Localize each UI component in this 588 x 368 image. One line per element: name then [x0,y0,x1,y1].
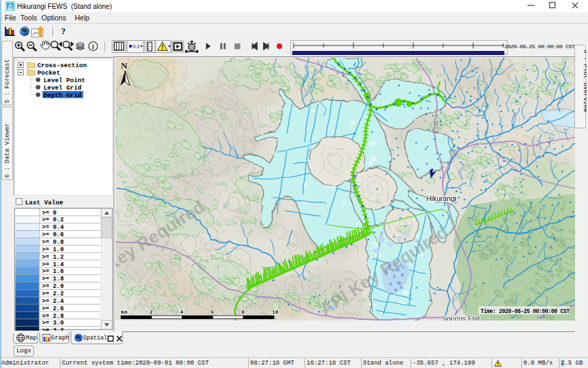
svg-text:Last Value: Last Value [25,199,63,206]
svg-text:Time: 2020-08-25 00:00:00 CST: Time: 2020-08-25 00:00:00 CST [481,308,570,314]
svg-text:>= 1.6: >= 1.6 [42,268,64,275]
svg-text:10: 10 [272,309,279,315]
svg-text:>= 3.0: >= 3.0 [42,320,64,327]
svg-text:Level Grid: Level Grid [44,84,82,92]
svg-text:>= 1.4: >= 1.4 [42,261,65,268]
svg-text:SH 1: SH 1 [433,120,440,133]
svg-text:>= 2.2: >= 2.2 [42,291,64,297]
svg-text:Pocket: Pocket [37,69,60,77]
svg-text:km: km [121,309,128,315]
svg-text:N: N [121,60,128,71]
svg-text:2: 2 [150,309,153,315]
svg-text:>= 0.4: >= 0.4 [42,224,65,231]
svg-text:>= 0.6: >= 0.6 [42,232,64,238]
svg-text:>= 1.2: >= 1.2 [42,254,64,261]
svg-text:i: i [92,43,94,50]
svg-text:>= 2.4: >= 2.4 [42,298,65,305]
svg-text:Springs Flat: Springs Flat [442,314,480,320]
svg-text:>= 0.2: >= 0.2 [42,217,64,223]
svg-text:Cross-section: Cross-section [37,62,87,69]
svg-text:>= 1.0: >= 1.0 [42,246,64,253]
svg-text:Hikurangi: Hikurangi [426,194,456,202]
svg-text:8: 8 [241,309,245,315]
svg-text:>= 2.6: >= 2.6 [42,306,64,312]
svg-text:3 : Plot Overview: 3 : Plot Overview [582,50,587,112]
svg-text:Depth Grid: Depth Grid [44,92,82,99]
svg-text:Level Point: Level Point [44,77,85,84]
svg-text:4: 4 [180,309,184,315]
svg-text:>= 2.0: >= 2.0 [42,283,64,290]
svg-text:2020-08-25 00:00:00 CST: 2020-08-25 00:00:00 CST [504,43,575,50]
svg-text:>= 2.8: >= 2.8 [42,313,64,320]
svg-text:6: 6 [211,309,214,315]
svg-text:0.1: 0.1 [133,44,140,49]
svg-text:>= 3.2: >= 3.2 [42,327,64,331]
svg-text:>= 0: >= 0 [42,210,57,217]
svg-text:>= 1.8: >= 1.8 [42,276,64,282]
svg-text:>= 0.8: >= 0.8 [42,239,64,246]
